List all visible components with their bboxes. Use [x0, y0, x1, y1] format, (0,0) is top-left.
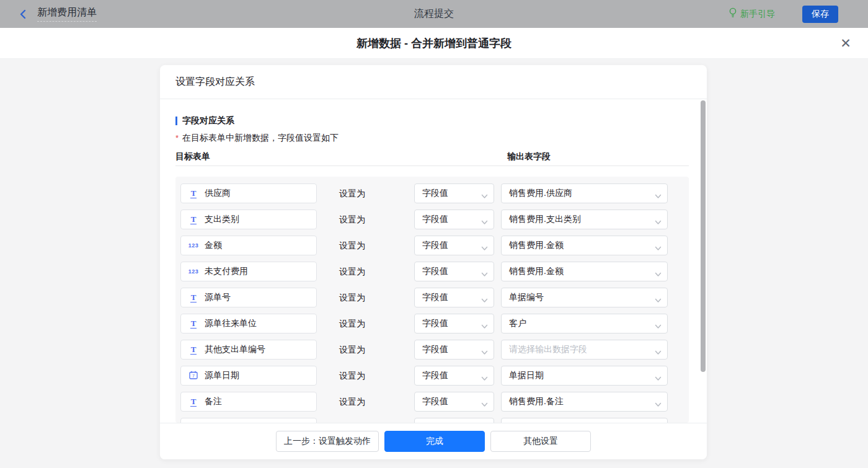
finish-button[interactable]: 完成 — [384, 431, 485, 452]
field-type-icon: 7 — [188, 371, 198, 381]
target-field-label: 源单号 — [205, 292, 231, 303]
chevron-down-icon — [481, 191, 488, 201]
output-field-select[interactable]: 请选择输出数据字段 — [501, 340, 668, 360]
beginner-guide-link[interactable]: 新手引导 — [728, 7, 775, 20]
save-button[interactable]: 保存 — [802, 6, 838, 23]
chevron-down-icon — [655, 217, 662, 227]
chevron-down-icon — [655, 399, 662, 409]
target-field-label: 备注 — [205, 396, 222, 407]
output-field-selected: 销售费用.金额 — [509, 266, 564, 277]
other-settings-button[interactable]: 其他设置 — [490, 431, 591, 452]
value-mode-select[interactable]: 字段值 — [414, 366, 494, 386]
target-field-box: T 源单往来单位 — [180, 314, 317, 333]
value-mode-select[interactable]: 字段值 — [414, 262, 494, 281]
target-field-label: 源单日期 — [205, 370, 239, 381]
output-field-select[interactable]: 销售费用.支出类别 — [501, 210, 668, 229]
output-field-select[interactable]: 销售费用.备注 — [501, 392, 668, 412]
field-mapping-row: 123 金额 设置为 字段值 销售费用.金额 — [175, 236, 689, 255]
value-mode-select[interactable]: 字段值 — [414, 340, 494, 360]
section-accent-bar — [175, 117, 177, 125]
output-field-selected: 销售费用.金额 — [509, 240, 564, 251]
output-field-select[interactable]: 销售费用.金额 — [501, 236, 668, 255]
set-as-label: 设置为 — [339, 366, 365, 386]
field-mapping-row: T 备注 设置为 字段值 销售费用.备注 — [175, 392, 689, 412]
header-divider — [175, 166, 689, 166]
output-field-selected: 单据日期 — [509, 370, 544, 381]
required-note-text: 在目标表单中新增数据，字段值设置如下 — [182, 133, 339, 143]
value-mode-select[interactable]: 字段值 — [414, 210, 494, 229]
target-field-box — [180, 418, 317, 423]
target-field-box: 7 源单日期 — [180, 366, 317, 386]
target-field-box: T 备注 — [180, 392, 317, 412]
field-type-icon: T — [188, 293, 198, 302]
set-as-label: 设置为 — [339, 314, 365, 333]
value-mode-select[interactable]: 字段值 — [414, 183, 494, 203]
value-mode-select[interactable]: 字段值 — [414, 236, 494, 255]
calendar-field-icon: 7 — [189, 371, 198, 381]
output-field-selected: 客户 — [509, 318, 526, 329]
target-field-box: T 其他支出单编号 — [180, 340, 317, 360]
output-field-select[interactable]: 销售费用.金额 — [501, 262, 668, 281]
field-mapping-row: T 源单号 设置为 字段值 单据编号 — [175, 288, 689, 307]
set-as-label: 设置为 — [339, 183, 365, 203]
beginner-guide-label: 新手引导 — [740, 9, 775, 20]
output-field-select[interactable]: 单据日期 — [501, 366, 668, 386]
column-header-target-form: 目标表单 — [175, 151, 210, 162]
chevron-down-icon — [481, 399, 488, 409]
previous-step-button[interactable]: 上一步：设置触发动作 — [276, 431, 379, 452]
output-field-select[interactable] — [501, 418, 668, 423]
card-header-title: 设置字段对应关系 — [175, 76, 255, 89]
top-navbar: 新增费用清单 流程提交 新手引导 保存 — [0, 0, 868, 28]
value-mode-select[interactable] — [414, 418, 494, 423]
target-field-label: 源单往来单位 — [205, 318, 257, 329]
target-field-box: 123 金额 — [180, 236, 317, 255]
chevron-down-icon — [481, 269, 488, 279]
dialog-header: 新增数据 - 合并新增到普通字段 ✕ — [0, 28, 868, 59]
set-as-label: 设置为 — [339, 288, 365, 307]
dialog-title: 新增数据 - 合并新增到普通字段 — [356, 36, 512, 51]
chevron-down-icon — [655, 321, 662, 331]
output-field-select[interactable]: 销售费用.供应商 — [501, 183, 668, 203]
output-field-select[interactable]: 客户 — [501, 314, 668, 333]
field-type-icon: 123 — [188, 268, 198, 275]
field-mapping-row: T 供应商 设置为 字段值 销售费用.供应商 — [175, 183, 689, 203]
output-field-selected: 销售费用.供应商 — [509, 188, 572, 199]
value-mode-select[interactable]: 字段值 — [414, 314, 494, 333]
field-mapping-row: T 其他支出单编号 设置为 字段值 请选择输出数据字段 — [175, 340, 689, 360]
set-as-label: 设置为 — [339, 210, 365, 229]
field-mapping-row: 7 源单日期 设置为 字段值 单据日期 — [175, 366, 689, 386]
chevron-down-icon — [481, 347, 488, 357]
chevron-down-icon — [655, 243, 662, 253]
required-asterisk: * — [175, 133, 179, 143]
field-mapping-row: 123 未支付费用 设置为 字段值 销售费用.金额 — [175, 262, 689, 281]
chevron-down-icon — [655, 295, 662, 305]
value-mode-select[interactable]: 字段值 — [414, 288, 494, 307]
value-mode-selected: 字段值 — [422, 292, 448, 303]
output-field-selected: 单据编号 — [509, 292, 544, 303]
output-field-selected: 销售费用.支出类别 — [509, 214, 581, 225]
value-mode-selected: 字段值 — [422, 318, 448, 329]
field-type-icon: T — [188, 215, 198, 224]
text-field-icon: T — [190, 319, 197, 329]
vertical-scrollbar-thumb[interactable] — [701, 100, 706, 372]
output-field-select[interactable]: 单据编号 — [501, 288, 668, 307]
field-mapping-list: T 供应商 设置为 字段值 销售费用.供应商 T 支出类别 设置为 字段值 — [175, 177, 689, 423]
value-mode-selected: 字段值 — [422, 214, 448, 225]
chevron-down-icon — [481, 295, 488, 305]
value-mode-select[interactable]: 字段值 — [414, 392, 494, 412]
required-note: *在目标表单中新增数据，字段值设置如下 — [175, 133, 339, 144]
card-header: 设置字段对应关系 — [160, 65, 707, 99]
chevron-down-icon — [655, 347, 662, 357]
number-field-icon: 123 — [188, 242, 199, 249]
chevron-down-icon — [481, 243, 488, 253]
svg-text:7: 7 — [192, 374, 195, 378]
text-field-icon: T — [190, 345, 197, 355]
target-field-label: 未支付费用 — [205, 266, 248, 277]
field-type-icon: T — [188, 397, 198, 407]
target-field-label: 其他支出单编号 — [205, 344, 265, 355]
text-field-icon: T — [190, 293, 197, 302]
close-icon[interactable]: ✕ — [838, 36, 853, 51]
value-mode-selected: 字段值 — [422, 370, 448, 381]
chevron-down-icon — [655, 269, 662, 279]
set-as-label: 设置为 — [339, 236, 365, 255]
